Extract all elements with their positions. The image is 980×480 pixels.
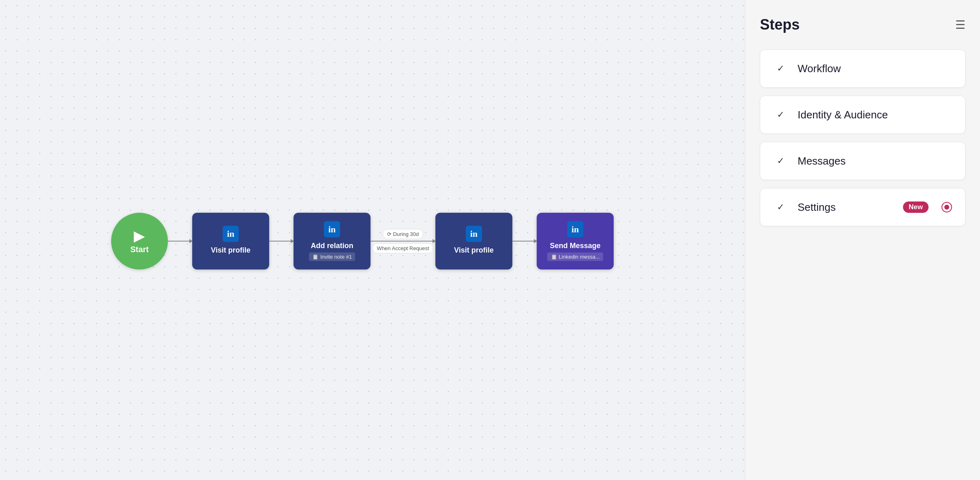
step-item-identity[interactable]: ✓ Identity & Audience: [760, 96, 965, 134]
linkedin-icon-3: in: [466, 225, 482, 242]
step-label-identity: Identity & Audience: [798, 109, 952, 121]
menu-icon[interactable]: ☰: [955, 18, 965, 32]
step-item-settings[interactable]: ✓ Settings New: [760, 188, 965, 226]
node-visit-profile-2[interactable]: in Visit profile: [435, 213, 512, 270]
step-item-workflow[interactable]: ✓ Workflow: [760, 49, 965, 88]
node-title-4: Send Message: [550, 242, 601, 250]
node-subtitle-text-2: Invite note #1: [320, 254, 352, 260]
step-check-messages: ✓: [773, 154, 788, 168]
start-node[interactable]: ▶ Start: [111, 213, 168, 270]
step-item-messages[interactable]: ✓ Messages: [760, 142, 965, 180]
workflow-canvas: ▶ Start in Visit profile in Add relation…: [0, 0, 745, 480]
steps-sidebar: Steps ☰ ✓ Workflow ✓ Identity & Audience…: [745, 0, 980, 480]
node-send-message[interactable]: in Send Message 📋 Linkedin messa...: [537, 213, 614, 270]
step-check-identity: ✓: [773, 107, 788, 122]
node-title-3: Visit profile: [454, 246, 494, 254]
check-icon-settings: ✓: [777, 202, 784, 212]
node-subtitle-text-4: Linkedin messa...: [559, 254, 600, 260]
conditional-top-label: ⟳ During 30d: [383, 229, 423, 239]
check-icon-messages: ✓: [777, 156, 784, 166]
linkedin-icon-2: in: [324, 221, 340, 238]
step-label-workflow: Workflow: [798, 62, 952, 75]
check-icon-workflow: ✓: [777, 63, 784, 74]
linkedin-icon-4: in: [567, 221, 583, 238]
play-icon: ▶: [134, 228, 145, 243]
note-icon-2: 📋: [312, 254, 319, 260]
workflow-diagram: ▶ Start in Visit profile in Add relation…: [111, 213, 614, 270]
conditional-bottom-label: When Accept Request: [372, 243, 434, 253]
step-label-settings: Settings: [798, 201, 888, 214]
step-badge-new: New: [903, 201, 929, 213]
conditional-arrow: ⟳ During 30d When Accept Request: [370, 229, 435, 253]
arrow-2: [269, 241, 293, 242]
linkedin-icon-1: in: [223, 225, 239, 242]
step-radio-inner: [944, 205, 949, 210]
node-title-1: Visit profile: [211, 246, 250, 254]
node-add-relation[interactable]: in Add relation 📋 Invite note #1: [293, 213, 370, 270]
check-icon-identity: ✓: [777, 109, 784, 120]
arrow-1: [168, 241, 192, 242]
note-icon-4: 📋: [551, 254, 557, 260]
node-title-2: Add relation: [311, 242, 353, 250]
sidebar-title: Steps: [760, 16, 800, 33]
start-label: Start: [130, 244, 149, 254]
sidebar-header: Steps ☰: [760, 16, 965, 33]
step-check-workflow: ✓: [773, 61, 788, 76]
node-subtitle-4: 📋 Linkedin messa...: [548, 253, 603, 261]
arrow-3: [512, 241, 537, 242]
node-visit-profile-1[interactable]: in Visit profile: [192, 213, 269, 270]
step-label-messages: Messages: [798, 155, 952, 167]
node-subtitle-2: 📋 Invite note #1: [309, 253, 355, 261]
step-check-settings: ✓: [773, 200, 788, 214]
step-radio-settings[interactable]: [941, 202, 952, 212]
